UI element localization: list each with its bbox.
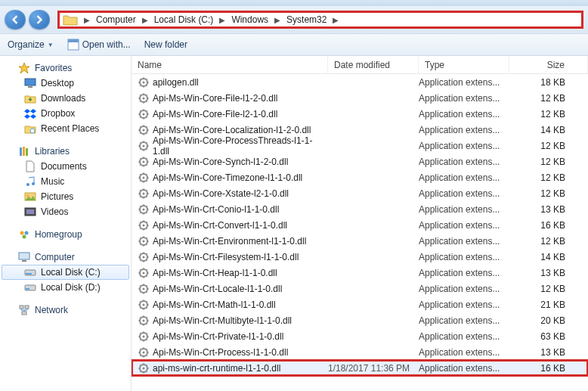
dll-icon — [138, 140, 150, 152]
dll-icon — [138, 330, 150, 343]
back-button[interactable] — [5, 10, 26, 29]
file-type: Application extens... — [419, 347, 509, 358]
organize-button[interactable]: Organize▼ — [8, 39, 54, 50]
sidebar-item-disk-c[interactable]: Local Disk (C:) — [2, 265, 129, 280]
sidebar-item-downloads[interactable]: Downloads — [2, 91, 129, 106]
column-size[interactable]: Size — [509, 56, 588, 73]
file-row[interactable]: Api-Ms-Win-Core-File-l1-2-0.dllApplicati… — [132, 90, 588, 106]
breadcrumb-bar[interactable]: ▶ Computer ▶ Local Disk (C:) ▶ Windows ▶… — [57, 11, 583, 29]
file-size: 12 KB — [509, 93, 588, 104]
svg-rect-20 — [26, 273, 32, 275]
new-folder-button[interactable]: New folder — [144, 39, 187, 50]
file-row[interactable]: Api-Ms-Win-Crt-Environment-l1-1-0.dllApp… — [132, 233, 588, 249]
file-row[interactable]: api-ms-win-crt-runtime-l1-1-0.dll1/18/20… — [132, 360, 588, 376]
column-headers: Name Date modified Type Size — [132, 56, 588, 74]
column-type[interactable]: Type — [419, 56, 509, 73]
svg-point-55 — [143, 303, 145, 306]
sidebar-network[interactable]: Network — [0, 303, 131, 318]
svg-point-39 — [143, 176, 145, 178]
forward-button[interactable] — [29, 10, 50, 29]
sidebar-item-dropbox[interactable]: Dropbox — [2, 106, 129, 121]
star-icon — [18, 62, 30, 74]
sidebar-item-pictures[interactable]: Pictures — [2, 189, 129, 204]
svg-point-4 — [30, 129, 35, 133]
file-row[interactable]: Api-Ms-Win-Core-Timezone-l1-1-0.dllAppli… — [132, 169, 588, 185]
dll-icon — [138, 235, 150, 247]
file-name: Api-Ms-Win-Crt-Environment-l1-1-0.dll — [153, 236, 306, 247]
column-name[interactable]: Name — [132, 56, 328, 73]
dll-icon — [138, 76, 150, 88]
downloads-icon — [24, 92, 36, 104]
file-row[interactable]: Api-Ms-Win-Core-File-l2-1-0.dllApplicati… — [132, 106, 588, 122]
breadcrumb-item[interactable]: Computer — [94, 14, 138, 25]
file-type: Application extens... — [419, 77, 509, 88]
svg-rect-18 — [22, 260, 26, 262]
file-row[interactable]: Api-Ms-Win-Core-Synch-l1-2-0.dllApplicat… — [132, 154, 588, 169]
computer-icon — [18, 251, 30, 263]
file-size: 12 KB — [509, 188, 588, 199]
breadcrumb-item[interactable]: System32 — [285, 14, 328, 25]
file-name: api-ms-win-crt-runtime-l1-1-0.dll — [153, 363, 280, 374]
file-row[interactable]: Api-Ms-Win-Crt-Conio-l1-1-0.dllApplicati… — [132, 201, 588, 217]
file-row[interactable]: Api-Ms-Win-Crt-Filesystem-l1-1-0.dllAppl… — [132, 249, 588, 265]
sidebar-item-disk-d[interactable]: Local Disk (D:) — [2, 280, 129, 295]
svg-point-27 — [143, 81, 145, 83]
sidebar-item-label: Documents — [41, 161, 87, 172]
file-row[interactable]: Api-Ms-Win-Crt-Private-l1-1-0.dllApplica… — [132, 328, 588, 344]
file-rows: apilogen.dllApplication extens...18 KBAp… — [132, 74, 588, 391]
open-with-button[interactable]: Open with... — [67, 39, 131, 51]
file-name: Api-Ms-Win-Core-File-l2-1-0.dll — [153, 109, 277, 119]
file-name: Api-Ms-Win-Core-Timezone-l1-1-0.dll — [153, 172, 302, 183]
dll-icon — [138, 188, 150, 200]
file-row[interactable]: Api-Ms-Win-Crt-Locale-l1-1-0.dllApplicat… — [132, 281, 588, 296]
file-row[interactable]: Api-Ms-Win-Crt-Process-l1-1-0.dllApplica… — [132, 344, 588, 360]
svg-point-53 — [143, 287, 145, 290]
file-type: Application extens... — [419, 109, 509, 119]
file-name: Api-Ms-Win-Core-Xstate-l2-1-0.dll — [153, 188, 289, 199]
sidebar-libraries[interactable]: Libraries — [0, 144, 131, 159]
file-row[interactable]: Api-Ms-Win-Crt-Math-l1-1-0.dllApplicatio… — [132, 296, 588, 312]
svg-point-31 — [143, 113, 145, 115]
breadcrumb-item[interactable]: Windows — [230, 14, 270, 25]
new-folder-label: New folder — [144, 39, 187, 50]
file-name: apilogen.dll — [153, 77, 199, 88]
file-size: 14 KB — [509, 125, 588, 135]
desktop-icon — [24, 77, 36, 89]
file-type: Application extens... — [419, 157, 509, 167]
sidebar-item-recent[interactable]: Recent Places — [2, 121, 129, 136]
dll-icon — [138, 315, 150, 327]
file-name: Api-Ms-Win-Crt-Convert-l1-1-0.dll — [153, 220, 287, 231]
sidebar-item-videos[interactable]: Videos — [2, 204, 129, 219]
dll-icon — [138, 299, 150, 311]
file-list: Name Date modified Type Size apilogen.dl… — [132, 56, 588, 391]
file-name: Api-Ms-Win-Crt-Heap-l1-1-0.dll — [153, 268, 277, 278]
svg-rect-3 — [28, 86, 32, 88]
file-type: Application extens... — [419, 252, 509, 262]
file-row[interactable]: Api-Ms-Win-Crt-Convert-l1-1-0.dllApplica… — [132, 217, 588, 233]
file-row[interactable]: Api-Ms-Win-Core-Xstate-l2-1-0.dllApplica… — [132, 185, 588, 201]
breadcrumb-item[interactable]: Local Disk (C:) — [153, 14, 215, 25]
svg-point-51 — [143, 272, 145, 274]
dll-icon — [138, 92, 150, 104]
file-row[interactable]: apilogen.dllApplication extens...18 KB — [132, 74, 588, 90]
sidebar-item-desktop[interactable]: Desktop — [2, 76, 129, 91]
file-row[interactable]: Api-Ms-Win-Crt-Multibyte-l1-1-0.dllAppli… — [132, 312, 588, 328]
file-type: Application extens... — [419, 125, 509, 135]
column-date[interactable]: Date modified — [328, 56, 419, 73]
open-with-label: Open with... — [82, 39, 131, 50]
sidebar-favorites[interactable]: Favorites — [0, 61, 131, 76]
sidebar-item-label: Music — [41, 176, 64, 187]
sidebar-item-documents[interactable]: Documents — [2, 159, 129, 174]
svg-point-35 — [143, 144, 145, 147]
svg-point-41 — [143, 192, 145, 194]
sidebar-item-label: Recent Places — [41, 123, 99, 134]
file-type: Application extens... — [419, 141, 509, 151]
file-row[interactable]: Api-Ms-Win-Core-ProcessThreads-l1-1-1.dl… — [132, 138, 588, 154]
file-row[interactable]: Api-Ms-Win-Crt-Heap-l1-1-0.dllApplicatio… — [132, 265, 588, 281]
sidebar-item-music[interactable]: Music — [2, 174, 129, 189]
file-size: 12 KB — [509, 109, 588, 119]
sidebar-homegroup[interactable]: Homegroup — [0, 227, 131, 242]
dll-icon — [138, 156, 150, 168]
file-type: Application extens... — [419, 299, 509, 310]
sidebar-computer[interactable]: Computer — [0, 250, 131, 265]
